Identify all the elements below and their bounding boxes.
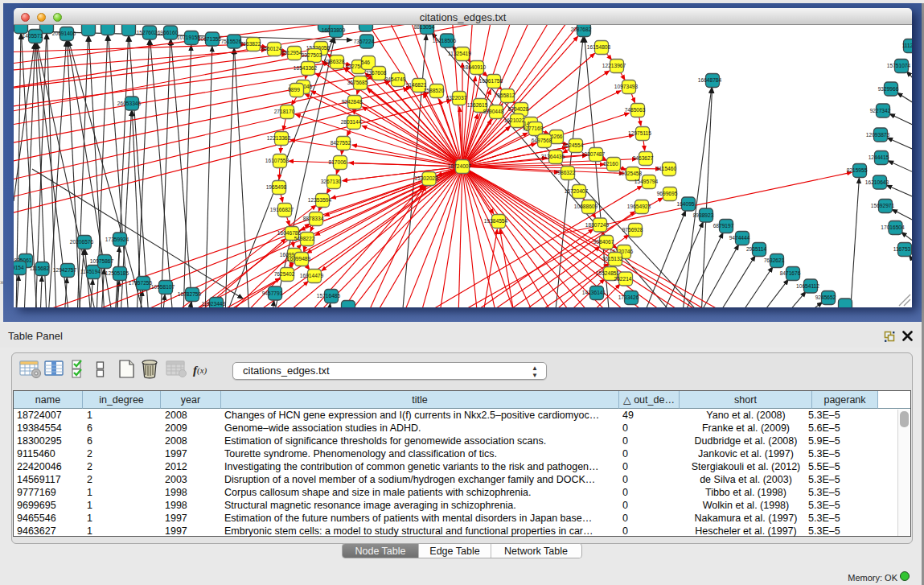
- svg-text:12093873: 12093873: [866, 132, 890, 138]
- svg-text:9463627: 9463627: [633, 155, 654, 161]
- svg-text:2718170: 2718170: [274, 109, 295, 114]
- svg-text:11325419: 11325419: [448, 51, 471, 56]
- svg-text:16107553: 16107553: [265, 158, 290, 163]
- svg-text:18640910: 18640910: [462, 64, 487, 70]
- svg-text:6966160: 6966160: [158, 30, 179, 35]
- svg-text:6879197: 6879197: [713, 223, 734, 229]
- svg-text:16033809: 16033809: [322, 27, 346, 33]
- svg-text:9699695: 9699695: [657, 191, 678, 196]
- svg-text:2087682: 2087682: [571, 27, 592, 32]
- svg-text:12353594: 12353594: [308, 197, 332, 203]
- svg-text:15751074: 15751074: [887, 63, 911, 68]
- svg-text:10671355: 10671355: [198, 36, 222, 42]
- svg-text:7625402: 7625402: [274, 271, 295, 277]
- svg-text:7986322: 7986322: [555, 170, 576, 175]
- svg-text:12505185: 12505185: [105, 270, 129, 276]
- svg-text:1405571: 1405571: [23, 33, 43, 39]
- svg-text:17359924: 17359924: [105, 237, 129, 242]
- svg-text:7485063: 7485063: [625, 107, 646, 113]
- svg-text:1244415: 1244415: [869, 154, 889, 160]
- svg-text:16099489: 16099489: [287, 256, 311, 262]
- svg-text:1621022: 1621022: [504, 117, 525, 123]
- svg-text:1588520: 1588520: [424, 88, 445, 93]
- svg-text:3675685: 3675685: [347, 80, 368, 85]
- svg-text:1733426: 1733426: [618, 295, 639, 300]
- svg-text:20691406: 20691406: [52, 31, 76, 36]
- svg-text:8912954: 8912954: [281, 50, 302, 56]
- svg-text:39154: 39154: [14, 265, 24, 270]
- svg-text:1615132: 1615132: [602, 256, 623, 262]
- svg-text:8471676: 8471676: [780, 270, 801, 276]
- svg-text:15495794: 15495794: [634, 179, 659, 184]
- svg-text:16782759: 16782759: [178, 291, 202, 297]
- svg-text:9777169: 9777169: [523, 126, 544, 131]
- svg-text:9474444: 9474444: [729, 235, 750, 241]
- svg-text:9756928: 9756928: [622, 227, 643, 233]
- svg-text:10973493: 10973493: [614, 84, 639, 89]
- svg-text:19654923: 19654923: [627, 204, 651, 209]
- svg-text:8813054: 8813054: [414, 25, 435, 30]
- svg-text:12213363: 12213363: [267, 135, 291, 141]
- svg-text:21364436: 21364436: [541, 154, 565, 159]
- svg-text:252214: 252214: [614, 276, 631, 282]
- svg-text:8660124: 8660124: [261, 46, 282, 51]
- svg-text:1362615: 1362615: [467, 102, 488, 108]
- svg-text:6794028: 6794028: [508, 106, 529, 112]
- svg-text:12975115: 12975115: [628, 130, 651, 136]
- svg-text:2367608: 2367608: [366, 70, 387, 76]
- svg-text:10958107: 10958107: [151, 284, 175, 290]
- svg-text:9084067: 9084067: [593, 239, 614, 245]
- svg-text:(x): (x): [197, 365, 207, 376]
- svg-text:8215955: 8215955: [847, 167, 868, 173]
- svg-text:8454749: 8454749: [385, 76, 406, 82]
- svg-text:9146821: 9146821: [406, 82, 427, 88]
- svg-text:7515526: 7515526: [221, 39, 242, 44]
- svg-text:7955812: 7955812: [495, 93, 515, 98]
- svg-text:7357224: 7357224: [354, 39, 375, 44]
- svg-text:1965498: 1965498: [266, 184, 287, 190]
- svg-text:16648784: 16648784: [698, 77, 722, 83]
- svg-text:817006: 817006: [328, 159, 346, 165]
- svg-text:7663822: 7663822: [240, 41, 261, 47]
- svg-text:9227342: 9227342: [870, 108, 891, 113]
- svg-text:15716485: 15716485: [317, 293, 341, 299]
- svg-text:14136141: 14136141: [582, 290, 606, 295]
- svg-text:18724007: 18724007: [448, 163, 472, 169]
- svg-text:9899: 9899: [288, 87, 300, 93]
- svg-text:1115682: 1115682: [30, 266, 50, 271]
- svg-text:18807249: 18807249: [585, 222, 610, 228]
- svg-text:12213967: 12213967: [602, 63, 626, 68]
- svg-text:9457791: 9457791: [262, 290, 283, 296]
- svg-text:26053346: 26053346: [117, 101, 142, 106]
- svg-text:19384554: 19384554: [484, 218, 508, 224]
- svg-text:9245652: 9245652: [815, 295, 836, 300]
- svg-text:17016504: 17016504: [881, 225, 905, 230]
- svg-text:116753: 116753: [893, 246, 911, 252]
- svg-text:3624554: 3624554: [563, 142, 584, 148]
- svg-text:20206576: 20206576: [70, 239, 94, 245]
- svg-text:6322037: 6322037: [446, 95, 467, 101]
- svg-text:10654112: 10654112: [796, 283, 819, 289]
- svg-text:8186328: 8186328: [324, 59, 345, 64]
- svg-text:3267130: 3267130: [321, 179, 342, 184]
- svg-text:7632621: 7632621: [764, 257, 785, 263]
- svg-text:62160: 62160: [603, 161, 618, 167]
- svg-text:16210643: 16210643: [865, 179, 889, 185]
- svg-text:2803144: 2803144: [341, 119, 362, 125]
- svg-text:19218506: 19218506: [433, 38, 457, 43]
- svg-text:8990448: 8990448: [483, 109, 504, 114]
- svg-text:164095: 164095: [676, 201, 694, 207]
- svg-text:8427552: 8427552: [331, 140, 351, 146]
- svg-text:15692971: 15692971: [871, 203, 895, 208]
- svg-text:17957255: 17957255: [129, 280, 153, 286]
- svg-text:16543362: 16543362: [294, 65, 318, 71]
- svg-text:15302023: 15302023: [414, 175, 438, 181]
- svg-text:10025458: 10025458: [618, 171, 643, 176]
- svg-text:16914479: 16914479: [300, 273, 324, 278]
- svg-text:10807487: 10807487: [581, 151, 606, 157]
- svg-text:8938923: 8938923: [693, 212, 714, 218]
- svg-text:15720407: 15720407: [565, 188, 589, 194]
- svg-text:9327503: 9327503: [302, 52, 322, 58]
- svg-text:9329966: 9329966: [878, 86, 899, 92]
- svg-text:1112: 1112: [902, 43, 912, 48]
